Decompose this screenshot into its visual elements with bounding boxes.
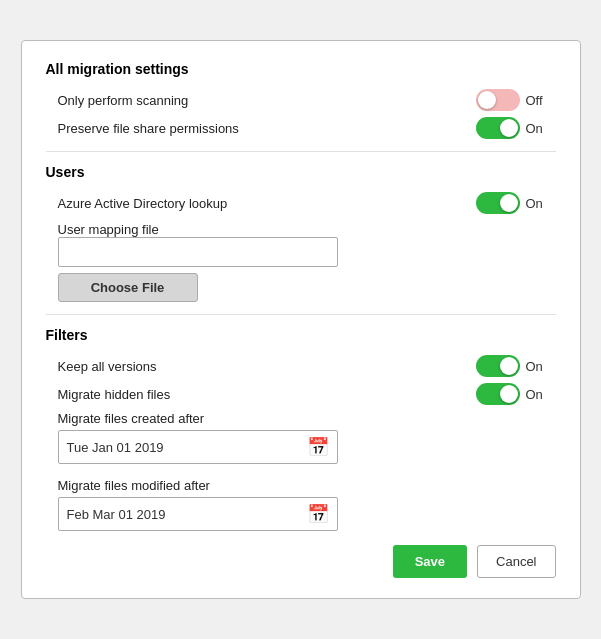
migrate-modified-after-label: Migrate files modified after	[58, 478, 556, 493]
keep-all-versions-toggle-group: On	[476, 355, 556, 377]
migrate-modified-after-area: Migrate files modified after Feb Mar 01 …	[58, 478, 556, 531]
migrate-hidden-files-knob	[500, 385, 518, 403]
user-mapping-file-area: User mapping file Choose File	[58, 222, 556, 302]
keep-all-versions-row: Keep all versions On	[58, 355, 556, 377]
only-perform-scanning-toggle-group: Off	[476, 89, 556, 111]
user-mapping-file-label: User mapping file	[58, 222, 556, 237]
migration-section-title: All migration settings	[46, 61, 556, 77]
azure-ad-lookup-row: Azure Active Directory lookup On	[58, 192, 556, 214]
save-button[interactable]: Save	[393, 545, 467, 578]
migrate-hidden-files-row: Migrate hidden files On	[58, 383, 556, 405]
migrate-created-after-input-box[interactable]: Tue Jan 01 2019 📅	[58, 430, 338, 464]
user-mapping-file-input[interactable]	[58, 237, 338, 267]
migration-settings-dialog: All migration settings Only perform scan…	[21, 40, 581, 599]
migrate-hidden-files-state: On	[526, 387, 550, 402]
migrate-hidden-files-label: Migrate hidden files	[58, 387, 171, 402]
only-perform-scanning-state: Off	[526, 93, 550, 108]
choose-file-button[interactable]: Choose File	[58, 273, 198, 302]
keep-all-versions-toggle[interactable]	[476, 355, 520, 377]
azure-ad-lookup-toggle[interactable]	[476, 192, 520, 214]
preserve-file-share-toggle-group: On	[476, 117, 556, 139]
divider-2	[46, 314, 556, 315]
keep-all-versions-label: Keep all versions	[58, 359, 157, 374]
migrate-modified-after-value: Feb Mar 01 2019	[67, 507, 166, 522]
only-perform-scanning-label: Only perform scanning	[58, 93, 189, 108]
dialog-footer: Save Cancel	[46, 545, 556, 578]
migrate-modified-after-input-box[interactable]: Feb Mar 01 2019 📅	[58, 497, 338, 531]
preserve-file-share-toggle[interactable]	[476, 117, 520, 139]
filters-section-title: Filters	[46, 327, 556, 343]
migrate-created-after-calendar-icon[interactable]: 📅	[307, 436, 329, 458]
azure-ad-lookup-state: On	[526, 196, 550, 211]
only-perform-scanning-knob	[478, 91, 496, 109]
only-perform-scanning-toggle[interactable]	[476, 89, 520, 111]
only-perform-scanning-row: Only perform scanning Off	[58, 89, 556, 111]
migrate-hidden-files-toggle[interactable]	[476, 383, 520, 405]
preserve-file-share-row: Preserve file share permissions On	[58, 117, 556, 139]
preserve-file-share-label: Preserve file share permissions	[58, 121, 239, 136]
cancel-button[interactable]: Cancel	[477, 545, 555, 578]
migrate-created-after-value: Tue Jan 01 2019	[67, 440, 164, 455]
migrate-created-after-area: Migrate files created after Tue Jan 01 2…	[58, 411, 556, 464]
azure-ad-lookup-toggle-group: On	[476, 192, 556, 214]
migrate-modified-after-calendar-icon[interactable]: 📅	[307, 503, 329, 525]
preserve-file-share-knob	[500, 119, 518, 137]
migrate-hidden-files-toggle-group: On	[476, 383, 556, 405]
divider-1	[46, 151, 556, 152]
keep-all-versions-state: On	[526, 359, 550, 374]
azure-ad-lookup-knob	[500, 194, 518, 212]
preserve-file-share-state: On	[526, 121, 550, 136]
azure-ad-lookup-label: Azure Active Directory lookup	[58, 196, 228, 211]
users-section-title: Users	[46, 164, 556, 180]
keep-all-versions-knob	[500, 357, 518, 375]
migrate-created-after-label: Migrate files created after	[58, 411, 556, 426]
